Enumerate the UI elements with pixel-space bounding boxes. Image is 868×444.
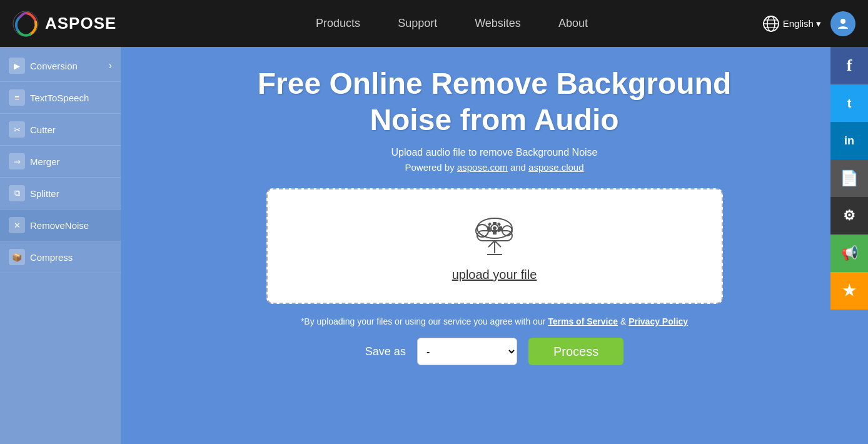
language-selector[interactable]: English ▾ [762,15,821,33]
svg-point-6 [840,19,845,24]
upload-area[interactable]: upload your file [266,188,723,304]
header: ASPOSE Products Support Websites About E… [0,0,868,47]
conversion-arrow: › [109,60,112,71]
announce-button[interactable]: 📢 [830,235,868,272]
sidebar-compress-label: Compress [30,252,73,263]
aspose-logo-icon [13,11,39,37]
aspose-cloud-link: aspose.cloud [528,162,583,173]
file-icon: 📄 [840,169,859,187]
sidebar-merger-label: Merger [30,156,60,167]
sidebar-item-splitter[interactable]: ⧉ Splitter [0,178,121,209]
sidebar-texttospeech-label: TextToSpeech [30,93,89,103]
cloud-gear-icon [470,211,520,258]
terms-text: *By uploading your files or using our se… [301,316,688,326]
main-nav: Products Support Websites About [141,17,762,30]
lang-label: English ▾ [783,18,821,29]
splitter-icon: ⧉ [9,185,25,201]
svg-point-12 [493,226,497,230]
sidebar-cutter-label: Cutter [30,124,56,135]
facebook-icon: f [847,56,852,75]
aspose-com-link: aspose.com [457,162,508,173]
sidebar-item-texttospeech[interactable]: ≡ TextToSpeech [0,82,121,114]
sidebar-item-compress[interactable]: 📦 Compress [0,241,121,273]
svg-rect-17 [487,222,491,226]
compress-icon: 📦 [9,249,25,265]
nav-support[interactable]: Support [398,17,437,30]
sidebar-conversion-label: Conversion [30,61,78,71]
github-button[interactable]: ⚙ [830,197,868,235]
sidebar-item-cutter[interactable]: ✂ Cutter [0,114,121,146]
sidebar-item-merger[interactable]: ⇒ Merger [0,146,121,178]
sidebar-item-removenoise[interactable]: ✕ RemoveNoise [0,209,121,241]
sidebar: ▶ Conversion › ≡ TextToSpeech ✂ Cutter ⇒… [0,47,121,444]
upload-link[interactable]: upload your file [452,268,537,282]
main-content: Free Online Remove Background Noise from… [121,47,868,444]
removenoise-icon: ✕ [9,217,25,233]
github-icon: ⚙ [843,208,855,224]
upload-icon-wrap [470,211,520,260]
user-icon [835,16,850,31]
sidebar-removenoise-label: RemoveNoise [30,220,89,231]
save-as-select[interactable]: - [417,338,517,365]
nav-about[interactable]: About [558,17,588,30]
nav-products[interactable]: Products [316,17,360,30]
twitter-icon: t [847,96,852,111]
sidebar-splitter-label: Splitter [30,188,59,199]
logo[interactable]: ASPOSE [13,11,116,37]
svg-line-23 [495,241,501,247]
announce-icon: 📢 [841,245,858,261]
star-icon: ★ [842,282,856,300]
svg-line-22 [488,241,495,247]
page-title: Free Online Remove Background Noise from… [245,66,745,138]
texttospeech-icon: ≡ [9,89,25,106]
cutter-icon: ✂ [9,121,25,138]
powered-by: Powered by aspose.com and aspose.cloud [405,162,583,173]
main-layout: ▶ Conversion › ≡ TextToSpeech ✂ Cutter ⇒… [0,47,868,444]
social-bar: f t in 📄 ⚙ 📢 ★ [830,47,868,310]
process-button[interactable]: Process [528,338,623,365]
page-subtitle: Upload audio file to remove Background N… [391,147,598,158]
nav-websites[interactable]: Websites [475,17,521,30]
save-as-label: Save as [365,345,406,358]
svg-rect-14 [493,231,497,235]
user-avatar[interactable] [830,11,855,36]
facebook-button[interactable]: f [830,47,868,84]
linkedin-icon: in [844,134,854,148]
terms-link[interactable]: Terms of Service [548,316,618,326]
sidebar-item-conversion[interactable]: ▶ Conversion › [0,50,121,82]
globe-icon [762,15,780,33]
bottom-controls: *By uploading your files or using our se… [133,316,855,365]
svg-rect-13 [493,222,497,225]
privacy-link[interactable]: Privacy Policy [628,316,688,326]
file-button[interactable]: 📄 [830,159,868,197]
linkedin-button[interactable]: in [830,122,868,159]
star-button[interactable]: ★ [830,272,868,310]
header-right: English ▾ [762,11,855,36]
merger-icon: ⇒ [9,153,25,169]
twitter-button[interactable]: t [830,84,868,122]
save-row: Save as - Process [365,338,623,365]
logo-text: ASPOSE [45,14,116,33]
conversion-icon: ▶ [9,58,25,74]
